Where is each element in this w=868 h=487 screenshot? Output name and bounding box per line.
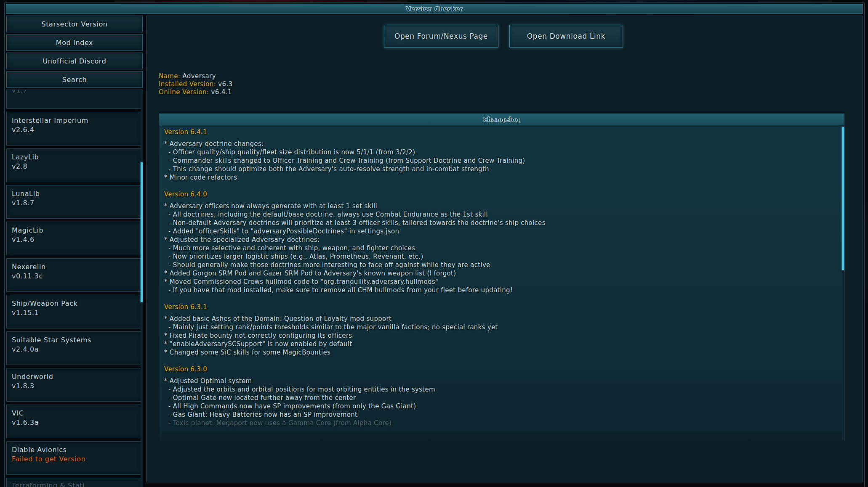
changelog-line: - Officer quality/ship quality/fleet siz… xyxy=(164,148,838,156)
open-forum-button[interactable]: Open Forum/Nexus Page xyxy=(384,25,498,48)
mod-name: LunaLib xyxy=(12,190,137,198)
changelog-line: * Adjusted Optimal system xyxy=(164,377,838,385)
mod-list-item[interactable]: Nexerelin v0.11.3c xyxy=(6,258,143,292)
changelog-line: - Mainly just setting rank/points thresh… xyxy=(164,323,838,331)
changelog-line: - All High Commands now have SP improvem… xyxy=(164,402,838,410)
online-version-label: Online Version: xyxy=(159,88,209,96)
mod-info-installed-row: Installed Version: v6.3 xyxy=(159,80,233,88)
mod-name: Suitable Star Systems xyxy=(12,336,137,344)
titlebar: Version Checker xyxy=(6,4,863,14)
changelog-header: Changelog xyxy=(159,114,844,125)
changelog-line xyxy=(164,182,838,190)
mod-version: Failed to get Version xyxy=(12,455,137,463)
mod-name: Nexerelin xyxy=(12,263,137,271)
mod-list-item[interactable]: VIC v1.6.3a xyxy=(6,405,143,438)
mod-version: v2.8 xyxy=(12,162,137,170)
changelog-line: * Adversary doctrine changes: xyxy=(164,140,838,148)
changelog-line: - If you have that mod installed, make s… xyxy=(164,286,838,294)
changelog-line: * Changed some SiC skills for some Magic… xyxy=(164,348,838,357)
mod-name: MagicLib xyxy=(12,226,137,234)
mod-version-partial: v1.7 xyxy=(12,90,27,94)
mod-list-item[interactable]: Underworld v1.8.3 xyxy=(6,368,143,402)
mod-name: VIC xyxy=(12,409,137,417)
open-download-button-label: Open Download Link xyxy=(527,32,605,40)
installed-version-label: Installed Version: xyxy=(159,80,216,88)
sidebar-nav-button-label: Unofficial Discord xyxy=(43,57,107,65)
mod-version: v2.4.0a xyxy=(12,345,137,353)
mod-name: Interstellar Imperium xyxy=(12,116,137,124)
changelog-line: * Fixed Pirate bounty not correctly conf… xyxy=(164,331,838,340)
changelog-header-label: Changelog xyxy=(483,116,520,123)
mod-info-block: Name: Adversary Installed Version: v6.3 … xyxy=(159,72,233,96)
mod-name: Ship/Weapon Pack xyxy=(12,299,137,307)
mod-info-online-row: Online Version: v6.4.1 xyxy=(159,88,233,96)
mod-name: Diable Avionics xyxy=(12,446,137,454)
changelog-line: - Toxic planet: Megaport now uses a Gamm… xyxy=(164,419,838,427)
changelog-line: * Added Gorgon SRM Pod and Gazer SRM Pod… xyxy=(164,269,838,278)
mod-sidebar: Starsector Version Mod Index Unofficial … xyxy=(6,16,143,487)
mod-detail-panel: Open Forum/Nexus Page Open Download Link… xyxy=(146,16,863,482)
desktop-background: { "window": { "title": "Version Checker"… xyxy=(0,0,868,487)
mod-list-item[interactable]: LazyLib v2.8 xyxy=(6,148,143,182)
mod-name-partial: Terraforming & Stati xyxy=(12,482,137,487)
changelog-line: * Adversary officers now always generate… xyxy=(164,202,838,210)
mod-version: v1.8.3 xyxy=(12,382,137,390)
mod-list: Interstellar Imperium v2.6.4 LazyLib v2.… xyxy=(6,112,143,475)
mod-version: v0.11.3c xyxy=(12,272,137,280)
mod-list-item[interactable]: MagicLib v1.4.6 xyxy=(6,222,143,255)
sidebar-nav-button-label: Mod Index xyxy=(56,39,93,47)
mod-info-name-row: Name: Adversary xyxy=(159,72,233,80)
sidebar-nav-button[interactable]: Starsector Version xyxy=(6,16,143,32)
mod-version: v1.15.1 xyxy=(12,309,137,317)
changelog-line: - Much more selective and coherent with … xyxy=(164,244,838,252)
mod-version: v1.4.6 xyxy=(12,236,137,244)
changelog-line: - Non-default Adversary doctrines will p… xyxy=(164,219,838,227)
changelog-line: * "enableAdversarySCSupport" is now enab… xyxy=(164,340,838,348)
changelog-line: - This change should optimize both the A… xyxy=(164,165,838,173)
mod-list-item[interactable]: Suitable Star Systems v2.4.0a xyxy=(6,331,143,365)
mod-name: LazyLib xyxy=(12,153,137,161)
changelog-line: * Minor code refactors xyxy=(164,173,838,182)
changelog-line xyxy=(164,294,838,303)
window-title: Version Checker xyxy=(406,5,463,12)
mod-list-item[interactable]: Diable Avionics Failed to get Version xyxy=(6,441,143,475)
sidebar-nav-button-label: Search xyxy=(62,76,87,84)
mod-name: Underworld xyxy=(12,373,137,381)
changelog-line: - Gas Giant: Heavy Batteries now has an … xyxy=(164,410,838,419)
mod-version: v2.6.4 xyxy=(12,126,137,134)
mod-version: v1.8.7 xyxy=(12,199,137,207)
open-forum-button-label: Open Forum/Nexus Page xyxy=(394,32,488,40)
mod-version: v1.6.3a xyxy=(12,418,137,426)
sidebar-nav-button[interactable]: Unofficial Discord xyxy=(6,53,143,69)
changelog-line: - Optimal Gate now located further away … xyxy=(164,394,838,402)
mod-list-item[interactable]: LunaLib v1.8.7 xyxy=(6,185,143,219)
mod-list-item-partial-top[interactable]: v1.7 xyxy=(6,90,143,109)
changelog-line: - All doctrines, including the default/b… xyxy=(164,210,838,219)
name-value: Adversary xyxy=(182,72,216,80)
sidebar-nav-button[interactable]: Mod Index xyxy=(6,34,143,51)
installed-version-value: v6.3 xyxy=(218,80,232,88)
version-checker-window: Version Checker Starsector Version Mod I… xyxy=(4,3,865,487)
mod-list-item-partial-bottom[interactable]: Terraforming & Stati xyxy=(6,478,143,487)
mod-list-item[interactable]: Ship/Weapon Pack v1.15.1 xyxy=(6,295,143,328)
mod-list-item[interactable]: Interstellar Imperium v2.6.4 xyxy=(6,112,143,146)
changelog-line: * Moved Commissioned Crews hullmod code … xyxy=(164,278,838,286)
changelog-panel: Changelog Version 6.4.1 * Adversary doct… xyxy=(159,114,844,441)
name-label: Name: xyxy=(159,72,180,80)
changelog-line: Version 6.4.0 xyxy=(164,190,838,199)
sidebar-nav: Starsector Version Mod Index Unofficial … xyxy=(6,16,143,88)
sidebar-scrollbar-thumb[interactable] xyxy=(141,162,143,302)
changelog-line: - Added "officerSkills" to "adversaryPos… xyxy=(164,227,838,236)
changelog-body[interactable]: Version 6.4.1 * Adversary doctrine chang… xyxy=(159,125,844,441)
sidebar-nav-button[interactable]: Search xyxy=(6,71,143,88)
changelog-line: - Adjusted the orbits and orbital positi… xyxy=(164,385,838,394)
changelog-line xyxy=(164,357,838,365)
changelog-line: Version 6.3.1 xyxy=(164,303,838,311)
changelog-line: - Now prioritizes larger logistic ships … xyxy=(164,252,838,261)
changelog-scrollbar-thumb[interactable] xyxy=(842,127,844,270)
changelog-line: * Adjusted the specialized Adversary doc… xyxy=(164,236,838,244)
open-download-button[interactable]: Open Download Link xyxy=(509,25,623,48)
changelog-line: * Added basic Ashes of the Domain: Quest… xyxy=(164,315,838,323)
sidebar-nav-button-label: Starsector Version xyxy=(41,20,107,28)
changelog-line: - Should generally make those doctrines … xyxy=(164,261,838,269)
